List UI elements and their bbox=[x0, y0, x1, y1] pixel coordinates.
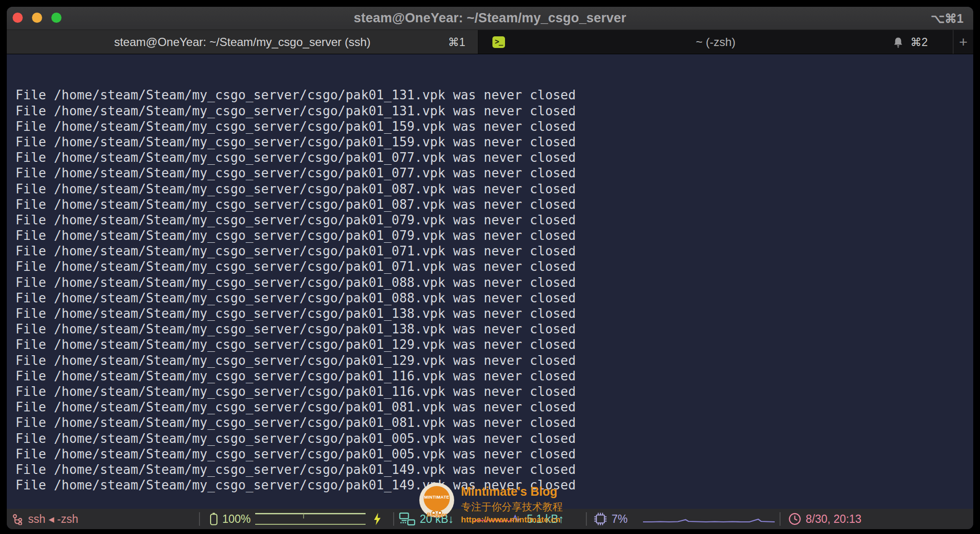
terminal-line: File /home/steam/Steam/my_csgo_server/cs… bbox=[15, 321, 973, 337]
watermark-subtitle: 专注于你分享技术教程 bbox=[461, 500, 563, 514]
cpu-icon bbox=[594, 512, 607, 526]
terminal-line: File /home/steam/Steam/my_csgo_server/cs… bbox=[15, 462, 973, 477]
new-tab-button[interactable]: + bbox=[953, 30, 973, 54]
process-tree-icon bbox=[12, 513, 24, 525]
tab-shortcut: ⌘1 bbox=[448, 35, 465, 48]
cpu-percent: 7% bbox=[612, 513, 628, 526]
terminal-line: File /home/steam/Steam/my_csgo_server/cs… bbox=[15, 181, 973, 197]
clock-icon bbox=[788, 513, 801, 526]
terminal-line: File /home/steam/Steam/my_csgo_server/cs… bbox=[15, 243, 973, 259]
terminal-line: File /home/steam/Steam/my_csgo_server/cs… bbox=[15, 259, 973, 274]
terminal-line: File /home/steam/Steam/my_csgo_server/cs… bbox=[15, 150, 973, 165]
terminal-line: File /home/steam/Steam/my_csgo_server/cs… bbox=[15, 337, 973, 352]
close-button[interactable] bbox=[13, 13, 23, 23]
traffic-lights bbox=[13, 13, 61, 23]
jobs-label: ssh ◂ -zsh bbox=[28, 513, 78, 526]
terminal-icon: >_ bbox=[492, 36, 505, 48]
statusbar-divider bbox=[393, 512, 394, 526]
battery-icon bbox=[210, 512, 218, 526]
statusbar-divider bbox=[780, 512, 781, 526]
zoom-button[interactable] bbox=[51, 13, 61, 23]
watermark: MINTIMATE Blogger Mintimate's Blog 专注于你分… bbox=[419, 483, 563, 525]
statusbar-divider bbox=[199, 512, 200, 526]
battery-percent: 100% bbox=[222, 513, 251, 526]
terminal-line: File /home/steam/Steam/my_csgo_server/cs… bbox=[15, 415, 973, 430]
tab-shortcut: ⌘2 bbox=[910, 35, 928, 48]
cpu-indicator: 7% bbox=[594, 512, 628, 526]
terminal-line: File /home/steam/Steam/my_csgo_server/cs… bbox=[15, 197, 973, 212]
minimize-button[interactable] bbox=[32, 13, 42, 23]
window-title: steam@OneYear: ~/Steam/my_csgo_server bbox=[354, 11, 627, 26]
logo-subtext: Blogger bbox=[427, 512, 447, 518]
terminal-window: steam@OneYear: ~/Steam/my_csgo_server ⌥⌘… bbox=[7, 7, 973, 529]
battery-indicator: 100% bbox=[210, 512, 366, 526]
watermark-text: Mintimate's Blog 专注于你分享技术教程 https://www.… bbox=[461, 483, 563, 525]
terminal-line: File /home/steam/Steam/my_csgo_server/cs… bbox=[15, 212, 973, 228]
tab-label: ~ (-zsh) bbox=[696, 35, 735, 49]
cpu-graph bbox=[643, 513, 775, 525]
watermark-url: https://www.mintimate.cn bbox=[461, 515, 563, 525]
window-shortcut: ⌥⌘1 bbox=[931, 12, 964, 26]
terminal-line: File /home/steam/Steam/my_csgo_server/cs… bbox=[15, 384, 973, 399]
tab-zsh[interactable]: >_ ~ (-zsh) ⌘2 bbox=[478, 30, 953, 54]
logo-badge: MINTIMATE bbox=[424, 486, 450, 511]
terminal-line: File /home/steam/Steam/my_csgo_server/cs… bbox=[15, 119, 973, 134]
jobs-indicator: ssh ◂ -zsh bbox=[12, 513, 78, 526]
terminal-line: File /home/steam/Steam/my_csgo_server/cs… bbox=[15, 134, 973, 150]
terminal-line: File /home/steam/Steam/my_csgo_server/cs… bbox=[15, 368, 973, 384]
tab-bar: steam@OneYear: ~/Steam/my_csgo_server (s… bbox=[7, 30, 973, 54]
terminal-line: File /home/steam/Steam/my_csgo_server/cs… bbox=[15, 399, 973, 415]
terminal-line: File /home/steam/Steam/my_csgo_server/cs… bbox=[15, 165, 973, 181]
terminal-line: File /home/steam/Steam/my_csgo_server/cs… bbox=[15, 87, 973, 103]
watermark-title: Mintimate's Blog bbox=[461, 485, 563, 499]
terminal-line: File /home/steam/Steam/my_csgo_server/cs… bbox=[15, 228, 973, 243]
statusbar-divider bbox=[586, 512, 587, 526]
terminal-line: File /home/steam/Steam/my_csgo_server/cs… bbox=[15, 103, 973, 119]
tab-label: steam@OneYear: ~/Steam/my_csgo_server (s… bbox=[114, 35, 371, 49]
terminal-line: File /home/steam/Steam/my_csgo_server/cs… bbox=[15, 275, 973, 290]
tab-ssh-session[interactable]: steam@OneYear: ~/Steam/my_csgo_server (s… bbox=[7, 30, 478, 54]
power-bolt-icon bbox=[372, 512, 383, 526]
clock-label: 8/30, 20:13 bbox=[806, 513, 861, 526]
mintimate-logo: MINTIMATE Blogger bbox=[419, 483, 454, 518]
terminal-line: File /home/steam/Steam/my_csgo_server/cs… bbox=[15, 353, 973, 368]
bell-icon bbox=[893, 37, 903, 50]
network-icon bbox=[399, 512, 415, 526]
clock-indicator: 8/30, 20:13 bbox=[788, 513, 861, 526]
terminal-line: File /home/steam/Steam/my_csgo_server/cs… bbox=[15, 431, 973, 446]
terminal-output: File /home/steam/Steam/my_csgo_server/cs… bbox=[7, 54, 973, 509]
terminal-log: File /home/steam/Steam/my_csgo_server/cs… bbox=[15, 87, 973, 493]
battery-graph bbox=[255, 512, 366, 526]
title-bar: steam@OneYear: ~/Steam/my_csgo_server ⌥⌘… bbox=[7, 7, 973, 30]
terminal-line: File /home/steam/Steam/my_csgo_server/cs… bbox=[15, 446, 973, 462]
terminal-line: File /home/steam/Steam/my_csgo_server/cs… bbox=[15, 290, 973, 306]
terminal-line: File /home/steam/Steam/my_csgo_server/cs… bbox=[15, 306, 973, 321]
